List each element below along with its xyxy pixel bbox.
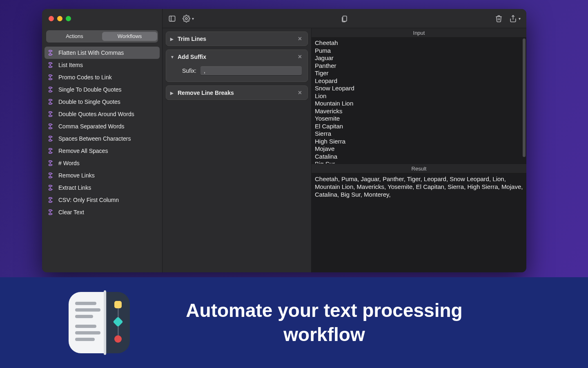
workflow-item[interactable]: Single To Double Quotes	[45, 83, 160, 96]
workflow-item[interactable]: Remove All Spaces	[45, 145, 160, 157]
svg-rect-31	[343, 16, 347, 21]
svg-rect-18	[49, 161, 52, 162]
svg-rect-6	[49, 87, 52, 88]
disclosure-closed-icon: ▶	[170, 91, 174, 95]
workflow-item-label: Single To Double Quotes	[58, 86, 122, 93]
clipboard-button[interactable]	[341, 15, 348, 22]
chevron-down-icon: ▾	[519, 16, 521, 21]
svg-rect-11	[49, 115, 52, 117]
step-title: Remove Line Breaks	[178, 90, 234, 96]
workflow-item[interactable]: Remove Links	[45, 169, 160, 182]
result-textarea[interactable]: Cheetah, Puma, Jaguar, Panther, Tiger, L…	[312, 173, 526, 272]
marketing-banner: Automate your text processing workflow	[0, 277, 588, 368]
workflow-item[interactable]: Clear Text	[45, 206, 160, 218]
svg-rect-17	[49, 152, 52, 153]
svg-rect-10	[49, 112, 52, 113]
svg-rect-5	[49, 79, 52, 80]
input-text: Cheetah Puma Jaguar Panther Tiger Leopar…	[315, 39, 354, 164]
workflow-item-label: Double Quotes Around Words	[58, 111, 134, 117]
workflow-item[interactable]: # Words	[45, 157, 160, 169]
delete-button[interactable]	[495, 15, 503, 22]
remove-step-button[interactable]: ×	[296, 53, 303, 61]
tab-workflows[interactable]: Workflows	[102, 32, 157, 41]
remove-step-button[interactable]: ×	[296, 89, 303, 97]
workflow-item[interactable]: Extract Links	[45, 182, 160, 194]
step-title: Add Suffix	[178, 54, 206, 60]
workflow-item-label: Spaces Between Characters	[58, 135, 131, 142]
chevron-down-icon: ▾	[192, 16, 194, 21]
disclosure-closed-icon: ▶	[170, 37, 174, 41]
banner-headline: Automate your text processing workflow	[149, 298, 500, 347]
app-icon	[69, 292, 130, 353]
step-header[interactable]: ▼Add Suffix×	[166, 50, 307, 64]
svg-rect-13	[49, 128, 52, 129]
workflow-item-label: Double to Single Quotes	[58, 99, 120, 105]
svg-rect-26	[49, 210, 52, 211]
svg-rect-21	[49, 177, 52, 178]
svg-point-30	[185, 18, 187, 20]
workflow-icon	[48, 148, 54, 154]
toggle-sidebar-button[interactable]	[168, 15, 176, 22]
svg-rect-1	[49, 54, 52, 55]
workflow-item-label: Flatten List With Commas	[58, 49, 124, 56]
titlebar	[42, 9, 162, 28]
minimize-window-button[interactable]	[57, 16, 62, 21]
workflow-item-label: # Words	[58, 160, 80, 166]
workflow-item[interactable]: Flatten List With Commas	[45, 47, 160, 59]
input-textarea[interactable]: Cheetah Puma Jaguar Panther Tiger Leopar…	[312, 38, 526, 164]
workflow-item-label: Promo Codes to Link	[58, 74, 112, 81]
step-header[interactable]: ▶Remove Line Breaks×	[166, 86, 307, 100]
workflow-steps: ▶Trim Lines×▼Add Suffix×Sufix:▶Remove Li…	[163, 28, 312, 272]
workflow-item[interactable]: Comma Separated Words	[45, 120, 160, 132]
workflow-icon	[48, 184, 54, 191]
svg-rect-28	[169, 16, 175, 21]
zoom-window-button[interactable]	[66, 16, 71, 21]
workflow-item[interactable]: List Items	[45, 59, 160, 71]
workflow-icon	[48, 74, 54, 81]
window-controls	[49, 16, 71, 21]
workflow-item[interactable]: Double Quotes Around Words	[45, 108, 160, 120]
svg-rect-14	[49, 136, 52, 137]
close-window-button[interactable]	[49, 16, 54, 21]
workflow-item-label: CSV: Only First Column	[58, 197, 119, 203]
result-section: Result Cheetah, Puma, Jaguar, Panther, T…	[312, 164, 526, 272]
remove-step-button[interactable]: ×	[296, 35, 303, 43]
main-area: ▾ ▾ ▶Trim Lines×▼Add Suffix×Sufix:▶Remov…	[163, 9, 526, 272]
svg-rect-2	[49, 63, 52, 64]
result-header: Result	[312, 164, 526, 173]
svg-rect-9	[49, 103, 52, 104]
workflow-item[interactable]: Spaces Between Characters	[45, 132, 160, 145]
svg-rect-20	[49, 173, 52, 174]
workflow-icon	[48, 135, 54, 142]
workflow-list: Flatten List With CommasList ItemsPromo …	[42, 45, 162, 272]
workflow-step: ▶Trim Lines×	[166, 31, 308, 46]
svg-rect-25	[49, 201, 52, 202]
workflow-icon	[48, 86, 54, 93]
workflow-item[interactable]: CSV: Only First Column	[45, 194, 160, 206]
step-header[interactable]: ▶Trim Lines×	[166, 32, 307, 46]
tab-actions[interactable]: Actions	[47, 32, 102, 41]
step-body: Sufix:	[166, 64, 307, 82]
suffix-input[interactable]	[200, 66, 302, 75]
workflow-item-label: Remove Links	[58, 172, 95, 179]
svg-rect-23	[49, 189, 52, 190]
disclosure-open-icon: ▼	[170, 55, 174, 59]
workflow-item-label: Clear Text	[58, 209, 84, 215]
workflow-step: ▶Remove Line Breaks×	[166, 85, 308, 100]
workflow-step: ▼Add Suffix×Sufix:	[166, 49, 308, 82]
step-title: Trim Lines	[178, 36, 206, 42]
settings-button[interactable]: ▾	[183, 15, 194, 22]
workflow-item-label: Remove All Spaces	[58, 148, 108, 154]
share-button[interactable]: ▾	[509, 15, 521, 22]
workflow-icon	[48, 111, 54, 117]
workflow-icon	[48, 49, 54, 56]
workflow-icon	[48, 160, 54, 166]
scrollbar[interactable]	[523, 38, 526, 157]
workflow-item[interactable]: Promo Codes to Link	[45, 71, 160, 83]
workflow-icon	[48, 123, 54, 130]
sidebar-tabs: Actions Workflows	[46, 30, 158, 43]
workflow-item-label: Extract Links	[58, 184, 91, 191]
svg-rect-24	[49, 197, 52, 199]
workflow-icon	[48, 172, 54, 179]
workflow-item[interactable]: Double to Single Quotes	[45, 96, 160, 108]
